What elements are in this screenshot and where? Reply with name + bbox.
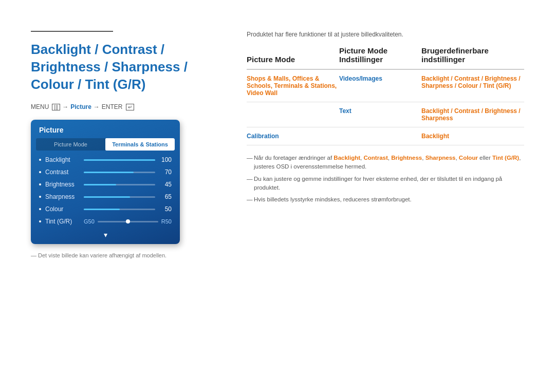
- sharpness-dot: [39, 196, 41, 198]
- table-row: Text Backlight / Contrast / Brightness /…: [247, 102, 524, 127]
- intro-text: Produktet har flere funktioner til at ju…: [247, 31, 524, 38]
- table-cell-mode-1: Shops & Malls, Offices & Schools, Termin…: [247, 69, 339, 102]
- enter-label: ENTER: [102, 103, 123, 110]
- footer-note: ― Det viste billede kan variere afhængig…: [31, 252, 226, 258]
- backlight-value: 100: [159, 156, 172, 163]
- note-sharpness: Sharpness: [425, 155, 456, 161]
- indstillinger-1-text: Videos/Images: [339, 75, 382, 82]
- picture-mode-bar[interactable]: Picture Mode Terminals & Stations: [36, 138, 175, 151]
- mode-item-terminals[interactable]: Terminals & Stations: [105, 138, 175, 151]
- slider-row-brightness: Brightness 45: [31, 178, 180, 191]
- colour-fill: [84, 209, 120, 210]
- mode-item-picture[interactable]: Picture Mode: [36, 138, 105, 151]
- main-table: Picture Mode Picture Mode Indstillinger …: [247, 46, 524, 145]
- colour-track[interactable]: [84, 209, 155, 210]
- sharpness-track[interactable]: [84, 196, 155, 198]
- nav-arrow-1: →: [62, 103, 68, 110]
- note-backlight: Backlight: [334, 155, 360, 161]
- contrast-track-container[interactable]: 70: [84, 169, 172, 176]
- backlight-fill: [84, 159, 155, 161]
- left-column: Backlight / Contrast / Brightness / Shar…: [31, 31, 226, 258]
- page-title: Backlight / Contrast / Brightness / Shar…: [31, 41, 226, 93]
- backlight-track[interactable]: [84, 159, 155, 161]
- note-item-3: Hvis billedets lysstyrke mindskes, reduc…: [247, 195, 524, 204]
- tint-g-label: G50: [84, 218, 95, 225]
- top-rule: [31, 31, 113, 32]
- mode-1-text: Shops & Malls, Offices & Schools, Termin…: [247, 75, 337, 97]
- slider-row-colour: Colour 50: [31, 203, 180, 215]
- table-cell-bruger-3: Backlight: [421, 127, 524, 145]
- table-header-bruger: Brugerdefinerbare indstillinger: [421, 46, 524, 69]
- backlight-dot: [39, 159, 41, 161]
- note-colour: Colour: [459, 155, 478, 161]
- contrast-track[interactable]: [84, 172, 155, 173]
- brightness-fill: [84, 184, 116, 185]
- tint-thumb: [126, 219, 130, 223]
- tint-row: Tint (G/R) G50 R50: [31, 215, 180, 228]
- table-cell-bruger-2: Backlight / Contrast / Brightness / Shar…: [421, 102, 524, 127]
- tint-dot: [39, 220, 41, 222]
- bruger-1-text: Backlight / Contrast / Brightness / Shar…: [421, 75, 521, 89]
- bruger-3-text: Backlight: [421, 133, 449, 140]
- bruger-2-text: Backlight / Contrast / Brightness / Shar…: [421, 107, 521, 122]
- menu-icon: |||: [52, 104, 60, 110]
- brightness-track[interactable]: [84, 184, 155, 185]
- colour-value: 50: [159, 206, 172, 213]
- table-header-mode: Picture Mode: [247, 46, 339, 69]
- backlight-track-container[interactable]: 100: [84, 156, 172, 163]
- brightness-track-container[interactable]: 45: [84, 181, 172, 188]
- note-tint: Tint (G/R): [492, 155, 519, 161]
- page-container: Backlight / Contrast / Brightness / Shar…: [0, 0, 555, 279]
- note-item-2: Du kan justere og gemme indstillinger fo…: [247, 175, 524, 193]
- sharpness-label: Sharpness: [45, 193, 84, 200]
- table-row: Shops & Malls, Offices & Schools, Termin…: [247, 69, 524, 102]
- note-contrast: Contrast: [364, 155, 388, 161]
- table-cell-bruger-1: Backlight / Contrast / Brightness / Shar…: [421, 69, 524, 102]
- table-cell-indstillinger-2: Text: [339, 102, 421, 127]
- indstillinger-2-text: Text: [339, 107, 351, 115]
- table-row: Calibration Backlight: [247, 127, 524, 145]
- mode-3-text: Calibration: [247, 133, 279, 140]
- contrast-label: Contrast: [45, 169, 84, 176]
- enter-icon: ↵: [126, 104, 134, 110]
- contrast-dot: [39, 171, 41, 173]
- notes-section: Når du foretager ændringer af Backlight,…: [247, 154, 524, 204]
- slider-row-backlight: Backlight 100: [31, 154, 180, 166]
- sharpness-value: 65: [159, 193, 172, 200]
- nav-arrow-2: →: [94, 103, 100, 110]
- tint-track-container[interactable]: G50 R50: [84, 218, 172, 225]
- backlight-label: Backlight: [45, 156, 84, 163]
- brightness-value: 45: [159, 181, 172, 188]
- colour-track-container[interactable]: 50: [84, 206, 172, 213]
- tint-label: Tint (G/R): [45, 218, 84, 225]
- picture-menu-box: Picture Picture Mode Terminals & Station…: [31, 120, 180, 244]
- slider-row-contrast: Contrast 70: [31, 166, 180, 178]
- sharpness-track-container[interactable]: 65: [84, 193, 172, 200]
- contrast-fill: [84, 172, 134, 173]
- table-cell-mode-3: Calibration: [247, 127, 339, 145]
- nav-picture: Picture: [70, 103, 91, 110]
- chevron-down-icon[interactable]: ▾: [31, 228, 180, 244]
- table-cell-mode-2: [247, 102, 339, 127]
- colour-dot: [39, 208, 41, 210]
- table-cell-indstillinger-1: Videos/Images: [339, 69, 421, 102]
- slider-row-sharpness: Sharpness 65: [31, 191, 180, 203]
- tint-track[interactable]: [98, 221, 158, 222]
- right-column: Produktet har flere funktioner til at ju…: [247, 31, 524, 258]
- menu-navigation: MENU ||| → Picture → ENTER ↵: [31, 103, 226, 110]
- table-cell-indstillinger-3: [339, 127, 421, 145]
- brightness-dot: [39, 183, 41, 185]
- note-item-1: Når du foretager ændringer af Backlight,…: [247, 154, 524, 172]
- table-header-indstillinger: Picture Mode Indstillinger: [339, 46, 421, 69]
- picture-box-title: Picture: [31, 120, 180, 138]
- tint-r-label: R50: [161, 218, 172, 225]
- brightness-label: Brightness: [45, 181, 84, 188]
- note-brightness: Brightness: [391, 155, 422, 161]
- colour-label: Colour: [45, 206, 84, 213]
- menu-label: MENU: [31, 103, 49, 110]
- sharpness-fill: [84, 196, 130, 198]
- contrast-value: 70: [159, 169, 172, 176]
